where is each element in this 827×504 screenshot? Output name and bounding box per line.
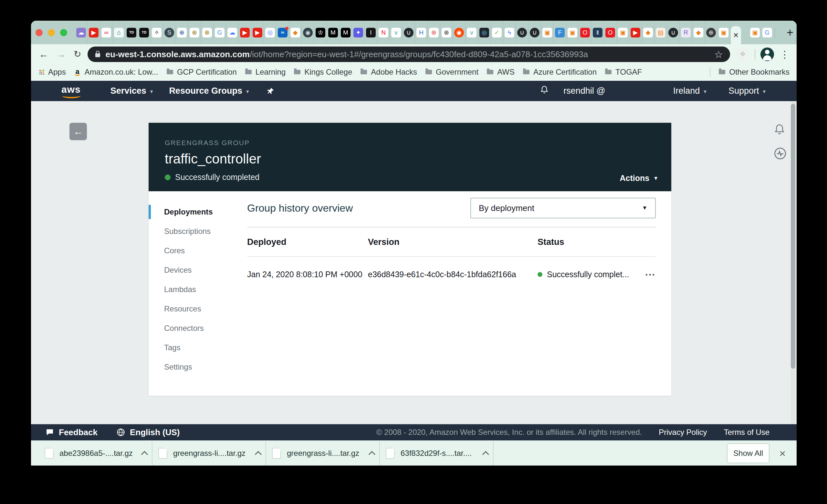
feedback-link[interactable]: Feedback [45,427,98,438]
pinned-tab-td-site[interactable]: TD [138,21,151,44]
chevron-up-icon[interactable] [255,451,262,457]
pinned-tab-n-site[interactable]: N [377,21,390,44]
page-back-button[interactable]: ← [69,123,87,140]
pinned-tab-google-cloud[interactable]: ☁ [226,21,239,44]
bookmark-item[interactable]: Amazon.co.uk: Low... [74,67,158,77]
page-bell-icon[interactable] [773,123,786,137]
download-item[interactable]: greengrass-li....tar.gz [152,441,266,465]
profile-avatar[interactable] [761,48,774,61]
pinned-tab-dark-globe[interactable]: ⊕ [705,21,718,44]
pinned-tab-bird-app[interactable]: v [466,21,478,44]
nav-support[interactable]: Support▾ [728,86,766,96]
pinned-tab-aws-cube[interactable]: ◆ [692,21,705,44]
terms-of-use-link[interactable]: Terms of Use [724,428,770,437]
pinned-tab-linkedin[interactable]: in [277,21,289,44]
aws-logo[interactable]: aws [61,84,81,98]
pinned-tab-bee-app[interactable]: ⊛ [201,21,213,44]
nav-resource-groups[interactable]: Resource Groups▾ [169,86,249,96]
pinned-tab-aws-cube[interactable]: ◆ [289,21,302,44]
pinned-tab-react-app[interactable]: ◎ [478,21,491,44]
sidebar-item[interactable]: Devices [149,260,247,280]
pinned-tab-aws-doc[interactable]: ▣ [541,21,554,44]
pinned-tab-aws-doc[interactable]: ▣ [617,21,629,44]
sidebar-item[interactable]: Connectors [149,318,247,338]
traffic-light-traffic-close[interactable] [36,29,43,36]
bookmark-item[interactable]: TOGAF [605,67,642,77]
pinned-tab-github[interactable]: ∪ [516,21,529,44]
pinned-tab-f-app[interactable]: F [554,21,566,44]
pinned-tab-bolt-app[interactable]: ϟ [503,21,516,44]
privacy-policy-link[interactable]: Privacy Policy [659,428,707,437]
chevron-up-icon[interactable] [482,451,489,457]
actions-button[interactable]: Actions ▼ [620,173,659,183]
notifications-bell-icon[interactable] [539,85,549,97]
pinned-tab-dark-globe[interactable]: S [163,21,176,44]
chevron-up-icon[interactable] [141,451,148,457]
pinned-tab-education-site[interactable]: ✧ [151,21,163,44]
scrollbar-thumb[interactable] [791,104,795,369]
download-item[interactable]: 63f832d29f-s....tar.... [380,441,494,465]
pinned-tab-medium[interactable]: M [327,21,340,44]
pinned-tab-oracle[interactable]: O [579,21,591,44]
extension-icon[interactable]: ❖ [736,48,749,61]
health-pulse-icon[interactable] [773,146,787,162]
pinned-tab-purple-app[interactable]: ✦ [352,21,365,44]
download-item[interactable]: abe23986a5-....tar.gz [39,441,152,465]
pinned-tab-bird-app[interactable]: v [390,21,402,44]
close-tab-icon[interactable]: × [733,31,738,40]
pinned-tab-bars-app[interactable]: ‖ [591,21,604,44]
bookmark-item[interactable]: GCP Certification [167,67,237,77]
nav-services[interactable]: Services▾ [110,86,153,96]
new-tab-button[interactable]: + [783,27,797,39]
pinned-tab-shield-app[interactable]: ◉ [302,21,314,44]
pinned-tab-h-site[interactable]: H [415,21,428,44]
row-actions-icon[interactable]: ••• [645,271,656,278]
traffic-light-traffic-zoom[interactable] [60,29,67,36]
pinned-tab-youtube[interactable]: ▶ [629,21,642,44]
sidebar-item[interactable]: Cores [149,241,247,260]
pinned-tab-sketch-app[interactable]: ∞ [100,21,113,44]
bookmark-star-icon[interactable]: ☆ [714,49,723,60]
bookmark-item[interactable]: Azure Certification [523,67,597,77]
pushpin-icon[interactable] [266,87,275,95]
sidebar-item[interactable]: Settings [149,357,247,377]
sidebar-item[interactable]: Subscriptions [149,221,247,241]
pinned-tab-github[interactable]: ∪ [529,21,541,44]
chevron-up-icon[interactable] [369,451,375,457]
pinned-tab-aws-doc[interactable]: ▣ [566,21,579,44]
other-bookmarks[interactable]: Other Bookmarks [719,67,789,77]
pinned-tab-asterisk-dark[interactable]: ⊛ [440,21,453,44]
back-button[interactable]: ← [39,49,48,59]
pinned-tab-stackoverflow[interactable]: ▤ [654,21,667,44]
nav-account[interactable]: rsendhil @ [564,86,605,96]
pinned-tab-oracle[interactable]: O [604,21,617,44]
pinned-tab-github[interactable]: ∪ [402,21,415,44]
bookmark-item[interactable]: Learning [245,67,286,77]
history-filter-select[interactable]: By deployment ▼ [470,198,656,218]
address-bar[interactable]: eu-west-1.console.aws.amazon.com/iot/hom… [88,47,730,62]
pinned-tab-google[interactable]: G [761,21,773,44]
pinned-tab-r-project[interactable]: R [680,21,692,44]
sidebar-item[interactable]: Deployments [149,202,247,221]
pinned-tab-youtube[interactable]: ▶ [239,21,251,44]
pinned-tab-aws-doc[interactable]: ▣ [749,21,761,44]
pinned-tab-reddit[interactable]: ◉ [453,21,466,44]
pinned-tab-youtube[interactable]: ▶ [88,21,100,44]
traffic-light-traffic-minimize[interactable] [48,29,55,36]
bookmark-item[interactable]: Government [426,67,478,77]
pinned-tab-bee-app[interactable]: ⊛ [188,21,201,44]
pinned-tab-aws-cube[interactable]: ◆ [642,21,654,44]
table-row[interactable]: Jan 24, 2020 8:08:10 PM +0000 e36d8439-e… [247,257,656,279]
pinned-tab-globe-site[interactable]: ⊕ [176,21,188,44]
active-tab[interactable]: × [731,26,741,44]
pinned-tab-asterisk-red[interactable]: ⊛ [428,21,440,44]
browser-menu-icon[interactable]: ⋮ [780,49,789,60]
bookmark-item[interactable]: Kings College [294,67,352,77]
pinned-tab-atom-app[interactable]: ◎ [264,21,277,44]
show-all-button[interactable]: Show All [727,443,770,463]
pinned-tab-google[interactable]: G [213,21,226,44]
language-selector[interactable]: English (US) [116,427,180,438]
close-downloads-icon[interactable]: × [779,448,786,459]
pinned-tab-github[interactable]: ∪ [667,21,680,44]
bookmark-item[interactable]: Adobe Hacks [360,67,417,77]
